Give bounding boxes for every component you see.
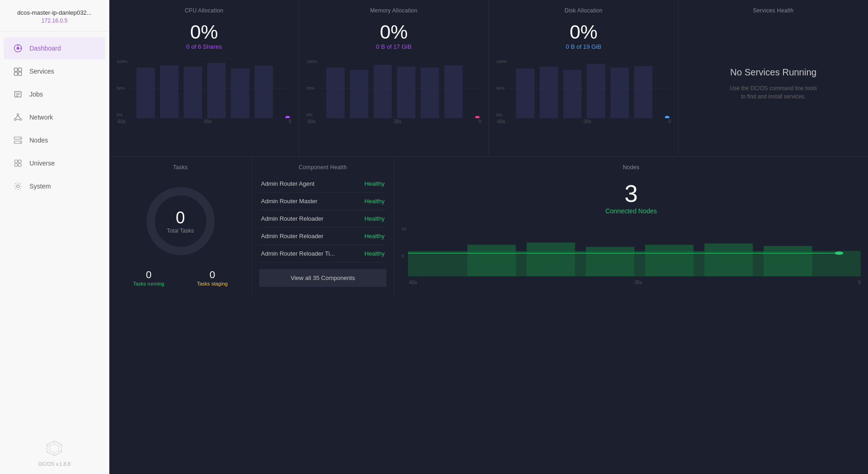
cpu-panel: CPU Allocation 0% 0 of 6 Shares 100% 50%…	[109, 0, 299, 156]
sidebar-item-universe[interactable]: Universe	[4, 152, 105, 174]
svg-rect-58	[516, 69, 534, 118]
sidebar-item-universe-label: Universe	[29, 160, 55, 167]
svg-rect-4	[14, 68, 17, 71]
svg-rect-41	[207, 63, 226, 118]
component-row-1: Admin Router Master Healthy	[259, 193, 386, 210]
view-all-components-button[interactable]: View all 35 Components	[259, 269, 386, 287]
tasks-panel-title: Tasks	[117, 164, 244, 171]
nodes-icon	[13, 135, 23, 145]
bottom-panels-row: Tasks 0 Total Tasks 0 Tasks running	[109, 157, 868, 297]
cpu-subtitle: 0 of 6 Shares	[117, 43, 291, 50]
svg-marker-28	[50, 444, 59, 453]
svg-point-12	[17, 114, 19, 115]
sidebar-item-jobs-label: Jobs	[29, 91, 43, 98]
svg-rect-48	[326, 68, 345, 118]
svg-point-26	[17, 185, 19, 188]
cpu-value: 0%	[117, 21, 291, 43]
svg-rect-72	[586, 247, 635, 276]
disk-panel: Disk Allocation 0% 0 B of 19 GiB 100% 50…	[489, 0, 679, 156]
svg-rect-38	[136, 68, 155, 118]
svg-point-1	[17, 47, 19, 50]
svg-rect-49	[350, 70, 368, 118]
memory-panel: Memory Allocation 0% 0 B of 17 GiB 100% …	[299, 0, 489, 156]
sidebar-header: dcos-master-ip-danlep032... 172.16.0.5	[0, 0, 109, 32]
component-name-3: Admin Router Reloader	[261, 233, 323, 240]
svg-rect-60	[563, 70, 582, 118]
svg-rect-6	[14, 72, 17, 75]
disk-panel-title: Disk Allocation	[496, 7, 671, 14]
component-status-4: Healthy	[364, 250, 385, 257]
svg-rect-51	[397, 67, 415, 118]
svg-rect-40	[184, 67, 202, 118]
sidebar-item-system[interactable]: System	[4, 175, 105, 197]
memory-x-labels: -60s -30s 0	[306, 119, 481, 124]
cpu-y-50: 50%	[117, 86, 127, 91]
svg-rect-7	[18, 72, 22, 75]
tasks-staging-value: 0	[197, 269, 228, 281]
tasks-stats: 0 Tasks running 0 Tasks staging	[117, 269, 244, 286]
sidebar-item-nodes[interactable]: Nodes	[4, 129, 105, 151]
svg-rect-61	[587, 64, 605, 118]
services-health-desc: Use the DC/OS command line tools to find…	[727, 84, 819, 101]
sidebar-item-services[interactable]: Services	[4, 60, 105, 82]
tasks-staging-stat: 0 Tasks staging	[197, 269, 228, 286]
svg-point-13	[14, 119, 16, 120]
svg-rect-53	[444, 65, 463, 118]
nodes-chart: 10 5	[402, 226, 861, 290]
svg-rect-70	[467, 245, 516, 276]
component-status-2: Healthy	[364, 215, 385, 222]
services-health-panel: Services Health No Services Running Use …	[679, 0, 868, 156]
nodes-count: 3	[402, 180, 861, 207]
nodes-subtitle: Connected Nodes	[402, 207, 861, 215]
component-name-4: Admin Router Reloader Ti...	[261, 250, 335, 257]
cpu-x-labels: -60s -30s 0	[117, 119, 291, 124]
component-status-1: Healthy	[364, 198, 385, 205]
svg-rect-39	[160, 65, 178, 118]
disk-chart: 100% 50% 0%	[496, 58, 671, 149]
svg-line-30	[59, 445, 62, 446]
sidebar-item-system-label: System	[29, 183, 51, 190]
memory-panel-title: Memory Allocation	[306, 7, 481, 14]
svg-rect-62	[610, 68, 629, 118]
svg-rect-25	[18, 164, 21, 166]
cpu-y-100: 100%	[117, 59, 127, 64]
network-icon	[13, 112, 23, 122]
cpu-chart: 100% 50% 0%	[117, 58, 291, 149]
svg-point-20	[20, 138, 21, 139]
no-services-text: No Services Running	[730, 67, 817, 78]
svg-rect-74	[704, 244, 753, 277]
svg-rect-42	[231, 69, 249, 118]
component-health-panel: Component Health Admin Router Agent Heal…	[252, 157, 394, 297]
svg-rect-71	[527, 243, 575, 276]
component-status-0: Healthy	[364, 180, 385, 187]
component-health-title: Component Health	[259, 164, 386, 171]
services-health-title: Services Health	[686, 7, 861, 14]
sidebar-item-jobs[interactable]: Jobs	[4, 83, 105, 105]
sidebar: dcos-master-ip-danlep032... 172.16.0.5 D…	[0, 0, 109, 474]
sidebar-item-services-label: Services	[29, 68, 54, 75]
component-name-1: Admin Router Master	[261, 198, 318, 205]
version-label: DC/OS v.1.8.8	[38, 461, 70, 467]
svg-rect-50	[374, 65, 392, 118]
component-row-3: Admin Router Reloader Healthy	[259, 228, 386, 245]
dashboard-icon	[13, 43, 23, 53]
sidebar-item-dashboard[interactable]: Dashboard	[4, 37, 105, 59]
sidebar-nav: Dashboard Services	[0, 32, 109, 432]
memory-subtitle: 0 B of 17 GiB	[306, 43, 481, 50]
svg-rect-52	[420, 68, 439, 118]
component-row-4: Admin Router Reloader Ti... Healthy	[259, 245, 386, 263]
tasks-running-stat: 0 Tasks running	[133, 269, 165, 286]
sidebar-item-nodes-label: Nodes	[29, 137, 48, 144]
svg-rect-43	[255, 66, 273, 118]
component-name-2: Admin Router Reloader	[261, 215, 323, 222]
system-icon	[13, 181, 23, 191]
sidebar-item-network[interactable]: Network	[4, 106, 105, 128]
svg-point-77	[835, 251, 844, 255]
nodes-panel: Nodes 3 Connected Nodes 10 5	[394, 157, 868, 297]
nodes-x-labels: -60s -30s 0	[408, 280, 861, 285]
component-status-3: Healthy	[364, 233, 385, 240]
svg-rect-73	[645, 245, 694, 276]
services-icon	[13, 66, 23, 76]
svg-rect-63	[634, 66, 652, 118]
cpu-y-0: 0%	[117, 113, 127, 117]
